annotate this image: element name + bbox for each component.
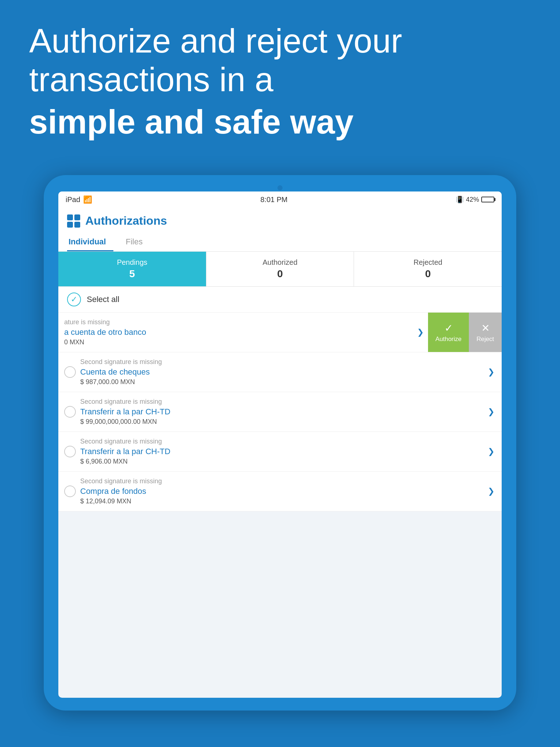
transaction-item-3-name: Transferir a la par CH-TD [80, 447, 481, 456]
transaction-item-2-amount: $ 99,000,000,000.00 MXN [80, 418, 481, 426]
grid-cell-2 [74, 214, 80, 220]
table-row: Second signature is missing Transferir a… [58, 432, 502, 472]
select-all-label: Select all [87, 295, 119, 304]
table-row: Second signature is missing Transferir a… [58, 392, 502, 432]
status-bar-time: 8:01 PM [260, 196, 287, 204]
transaction-list: ature is missing a cuenta de otro banco … [58, 313, 502, 511]
grid-cell-1 [67, 214, 73, 220]
filter-pendings-count: 5 [62, 268, 202, 280]
checkmark-icon: ✓ [444, 322, 453, 334]
transaction-item-4-content[interactable]: Second signature is missing Compra de fo… [58, 472, 488, 511]
transaction-item-0-signature: ature is missing [64, 318, 407, 326]
table-row: ature is missing a cuenta de otro banco … [58, 313, 502, 352]
filter-pendings-label: Pendings [62, 258, 202, 267]
transaction-item-4-arrow[interactable]: ❯ [488, 472, 502, 511]
transaction-item-3-content[interactable]: Second signature is missing Transferir a… [58, 432, 488, 471]
tab-files[interactable]: Files [124, 233, 150, 251]
tab-individual[interactable]: Individual [67, 233, 113, 251]
wifi-icon: 📶 [83, 195, 92, 204]
select-all-checkbox[interactable]: ✓ [67, 293, 81, 306]
reject-button[interactable]: ✕ Reject [469, 313, 502, 352]
hero-line2: simple and safe way [29, 103, 531, 142]
x-icon: ✕ [481, 322, 490, 334]
hero-section: Authorize and reject your transactions i… [29, 22, 531, 141]
battery-percent: 42% [466, 196, 479, 204]
tablet-device: iPad 📶 8:01 PM 📳 42% Auth [44, 175, 516, 711]
device-label: iPad [66, 196, 80, 204]
authorize-label: Authorize [435, 336, 462, 343]
transaction-item-2-arrow[interactable]: ❯ [488, 392, 502, 431]
tab-bar: Individual Files [67, 233, 493, 251]
status-bar-right: 📳 42% [456, 196, 494, 204]
transaction-item-0-actions: ✓ Authorize ✕ Reject [428, 313, 502, 352]
reject-label: Reject [477, 336, 494, 343]
app-title-row: Authorizations [67, 214, 493, 228]
filter-bar: Pendings 5 Authorized 0 Rejected 0 [58, 252, 502, 287]
hero-line1: Authorize and reject your transactions i… [29, 22, 531, 99]
table-row: Second signature is missing Compra de fo… [58, 472, 502, 511]
tab-individual-label: Individual [69, 237, 106, 246]
transaction-item-3-amount: $ 6,906.00 MXN [80, 458, 481, 465]
grid-icon [67, 214, 80, 228]
transaction-item-0-arrow[interactable]: ❯ [413, 313, 428, 352]
transaction-item-1-arrow[interactable]: ❯ [488, 352, 502, 392]
filter-authorized[interactable]: Authorized 0 [206, 252, 354, 286]
grid-cell-3 [67, 222, 73, 228]
transaction-item-3-signature: Second signature is missing [80, 438, 481, 445]
transaction-item-2-name: Transferir a la par CH-TD [80, 407, 481, 417]
tab-files-label: Files [126, 237, 143, 246]
filter-rejected-label: Rejected [358, 258, 498, 267]
transaction-item-4-amount: $ 12,094.09 MXN [80, 498, 481, 505]
transaction-item-2-signature: Second signature is missing [80, 398, 481, 406]
filter-rejected[interactable]: Rejected 0 [354, 252, 502, 286]
bluetooth-icon: 📳 [456, 196, 464, 204]
table-row: Second signature is missing Cuenta de ch… [58, 352, 502, 392]
app-title: Authorizations [85, 214, 167, 228]
transaction-item-1-content[interactable]: Second signature is missing Cuenta de ch… [58, 352, 488, 392]
grid-cell-4 [74, 222, 80, 228]
filter-pendings[interactable]: Pendings 5 [58, 252, 206, 286]
tablet-camera [277, 185, 283, 190]
status-bar-left: iPad 📶 [66, 195, 92, 204]
transaction-item-4-signature: Second signature is missing [80, 477, 481, 485]
transaction-item-1-signature: Second signature is missing [80, 358, 481, 366]
authorize-button[interactable]: ✓ Authorize [428, 313, 469, 352]
filter-rejected-count: 0 [358, 268, 498, 280]
app-header: Authorizations Individual Files [58, 208, 502, 252]
battery-icon [481, 197, 494, 202]
transaction-item-0-name: a cuenta de otro banco [64, 328, 407, 337]
tablet-screen: iPad 📶 8:01 PM 📳 42% Auth [58, 191, 502, 698]
transaction-item-4-name: Compra de fondos [80, 487, 481, 496]
select-all-row[interactable]: ✓ Select all [58, 287, 502, 313]
transaction-item-1-name: Cuenta de cheques [80, 367, 481, 377]
transaction-item-0-amount: 0 MXN [64, 338, 407, 346]
transaction-item-0-content[interactable]: ature is missing a cuenta de otro banco … [58, 313, 413, 352]
transaction-item-3-arrow[interactable]: ❯ [488, 432, 502, 471]
transaction-item-2-content[interactable]: Second signature is missing Transferir a… [58, 392, 488, 431]
status-bar: iPad 📶 8:01 PM 📳 42% [58, 191, 502, 208]
transaction-item-1-amount: $ 987,000.00 MXN [80, 378, 481, 386]
filter-authorized-count: 0 [210, 268, 350, 280]
filter-authorized-label: Authorized [210, 258, 350, 267]
